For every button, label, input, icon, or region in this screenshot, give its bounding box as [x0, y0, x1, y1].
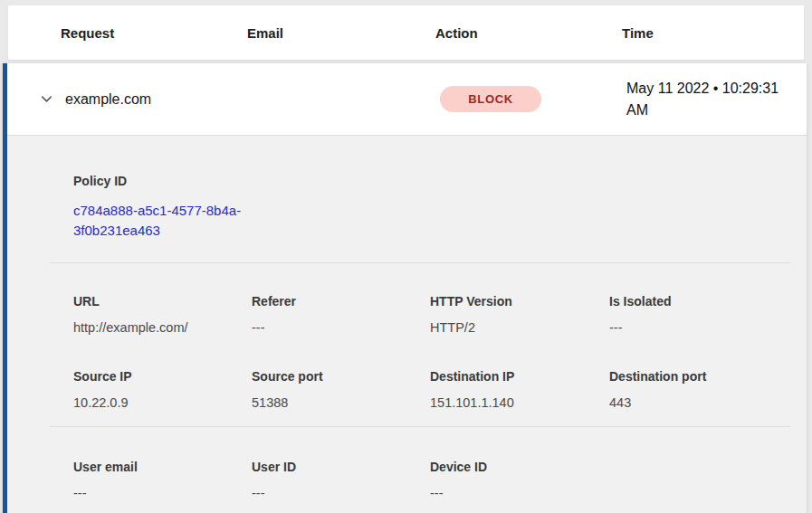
field-user-id-value: --- — [252, 486, 430, 500]
log-detail-page: Request Email Action Time example.com BL… — [0, 0, 812, 513]
row-action-cell: BLOCK — [440, 86, 626, 112]
field-http-version: HTTP Version HTTP/2 — [430, 294, 609, 335]
details-group-user: User email --- User ID --- Device ID --- — [73, 460, 790, 500]
field-source-port-value: 51388 — [252, 395, 430, 410]
field-user-id: User ID --- — [252, 460, 430, 500]
field-http-version-value: HTTP/2 — [430, 320, 609, 335]
field-destination-ip-label: Destination IP — [430, 369, 609, 384]
chevron-down-icon[interactable] — [38, 91, 54, 108]
field-source-ip-label: Source IP — [73, 369, 252, 384]
field-source-port-label: Source port — [252, 369, 430, 384]
details-group-user-spacer — [609, 460, 790, 500]
field-url-label: URL — [73, 294, 252, 309]
field-referer-value: --- — [252, 320, 430, 335]
policy-id-link[interactable]: c784a888-a5c1-4577-8b4a-3f0b231ea463 — [73, 201, 251, 241]
column-header-action: Action — [435, 25, 622, 41]
field-device-id-value: --- — [430, 486, 609, 500]
field-http-version-label: HTTP Version — [430, 294, 609, 309]
field-user-email: User email --- — [73, 460, 252, 500]
row-request-value: example.com — [65, 91, 252, 108]
field-source-ip: Source IP 10.22.0.9 — [73, 369, 252, 410]
policy-id-label: Policy ID — [73, 174, 790, 188]
field-is-isolated-value: --- — [609, 320, 790, 335]
expanded-row-card: example.com BLOCK May 11 2022 • 10:29:31… — [3, 63, 807, 513]
field-device-id-label: Device ID — [430, 460, 609, 474]
table-row[interactable]: example.com BLOCK May 11 2022 • 10:29:31… — [7, 63, 807, 136]
row-time-value: May 11 2022 • 10:29:31 AM — [626, 78, 800, 121]
field-is-isolated: Is Isolated --- — [609, 294, 790, 335]
field-referer-label: Referer — [252, 294, 430, 309]
divider — [50, 262, 790, 263]
field-destination-ip-value: 151.101.1.140 — [430, 395, 609, 410]
column-header-email: Email — [247, 25, 435, 41]
field-url: URL http://example.com/ — [73, 294, 252, 335]
field-destination-port-label: Destination port — [609, 369, 790, 384]
policy-id-section: Policy ID c784a888-a5c1-4577-8b4a-3f0b23… — [73, 174, 790, 241]
details-group-http: URL http://example.com/ Referer --- HTTP… — [73, 294, 790, 335]
field-referer: Referer --- — [252, 294, 430, 335]
column-header-request: Request — [61, 25, 247, 41]
details-panel: Policy ID c784a888-a5c1-4577-8b4a-3f0b23… — [7, 136, 807, 513]
table-header: Request Email Action Time — [8, 5, 804, 60]
field-source-ip-value: 10.22.0.9 — [73, 395, 252, 410]
field-source-port: Source port 51388 — [252, 369, 430, 410]
divider — [50, 426, 790, 427]
field-user-email-label: User email — [73, 460, 252, 474]
status-badge: BLOCK — [440, 86, 541, 112]
field-user-id-label: User ID — [252, 460, 430, 474]
field-user-email-value: --- — [73, 486, 252, 500]
column-header-time: Time — [622, 25, 804, 41]
field-destination-port: Destination port 443 — [609, 369, 790, 410]
details-group-network: Source IP 10.22.0.9 Source port 51388 De… — [73, 369, 790, 410]
field-url-value: http://example.com/ — [73, 320, 252, 335]
field-destination-ip: Destination IP 151.101.1.140 — [430, 369, 609, 410]
field-device-id: Device ID --- — [430, 460, 609, 500]
field-is-isolated-label: Is Isolated — [609, 294, 790, 309]
field-destination-port-value: 443 — [609, 395, 790, 410]
